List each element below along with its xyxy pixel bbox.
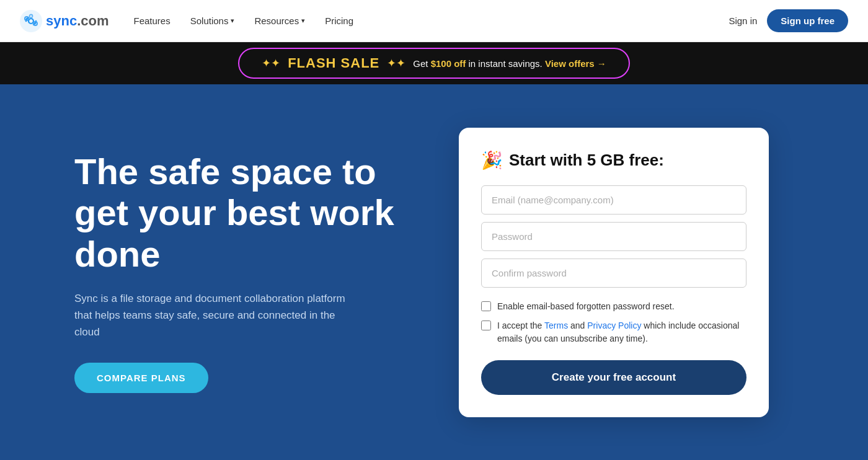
- nav-resources[interactable]: Resources ▾: [254, 15, 305, 26]
- flash-banner: ✦✦ FLASH SALE ✦✦ Get $100 off in instant…: [0, 42, 868, 84]
- solutions-dropdown-icon: ▾: [231, 17, 234, 25]
- confirm-password-field[interactable]: [481, 259, 746, 288]
- nav-right: Sign in Sign up free: [728, 9, 848, 32]
- card-title: 🎉 Start with 5 GB free:: [481, 150, 746, 170]
- privacy-link[interactable]: Privacy Policy: [587, 321, 641, 330]
- password-field[interactable]: [481, 222, 746, 251]
- hero-description: Sync is a file storage and document coll…: [74, 290, 360, 341]
- hero-title: The safe space to get your best work don…: [74, 151, 422, 275]
- navbar: sync.com Features Solutions ▾ Resources …: [0, 0, 868, 42]
- sparkle-left-icon: ✦✦: [262, 56, 280, 70]
- terms-row: I accept the Terms and Privacy Policy wh…: [481, 319, 746, 345]
- terms-label: I accept the Terms and Privacy Policy wh…: [497, 319, 746, 345]
- terms-checkbox[interactable]: [481, 321, 491, 330]
- svg-point-0: [20, 10, 42, 32]
- nav-features[interactable]: Features: [134, 15, 170, 26]
- email-reset-label: Enable email-based forgotten password re…: [497, 300, 675, 313]
- signup-button[interactable]: Sign up free: [767, 9, 848, 32]
- logo-text: sync.com: [46, 13, 109, 29]
- logo-icon: [20, 10, 42, 32]
- nav-links: Features Solutions ▾ Resources ▾ Pricing: [134, 15, 729, 26]
- view-offers-link[interactable]: View offers →: [545, 58, 606, 69]
- create-account-button[interactable]: Create your free account: [481, 360, 746, 395]
- email-reset-checkbox[interactable]: [481, 301, 491, 311]
- resources-dropdown-icon: ▾: [301, 17, 305, 25]
- hero-section: The safe space to get your best work don…: [0, 84, 868, 460]
- flash-sale-text: FLASH SALE: [288, 55, 379, 71]
- checkboxes-area: Enable email-based forgotten password re…: [481, 300, 746, 345]
- flash-inner: ✦✦ FLASH SALE ✦✦ Get $100 off in instant…: [238, 48, 630, 79]
- banner-description: Get $100 off in instant savings. View of…: [413, 58, 606, 69]
- hero-left: The safe space to get your best work don…: [74, 151, 422, 394]
- party-emoji: 🎉: [481, 150, 503, 170]
- nav-pricing[interactable]: Pricing: [325, 15, 353, 26]
- sign-in-link[interactable]: Sign in: [728, 15, 757, 26]
- email-field[interactable]: [481, 185, 746, 215]
- signup-card: 🎉 Start with 5 GB free: Enable email-bas…: [459, 128, 769, 417]
- nav-solutions[interactable]: Solutions ▾: [190, 15, 235, 26]
- sparkle-right-icon: ✦✦: [387, 56, 405, 70]
- logo[interactable]: sync.com: [20, 10, 109, 32]
- terms-link[interactable]: Terms: [544, 321, 568, 330]
- compare-plans-button[interactable]: COMPARE PLANS: [74, 363, 208, 393]
- email-reset-row: Enable email-based forgotten password re…: [481, 300, 746, 313]
